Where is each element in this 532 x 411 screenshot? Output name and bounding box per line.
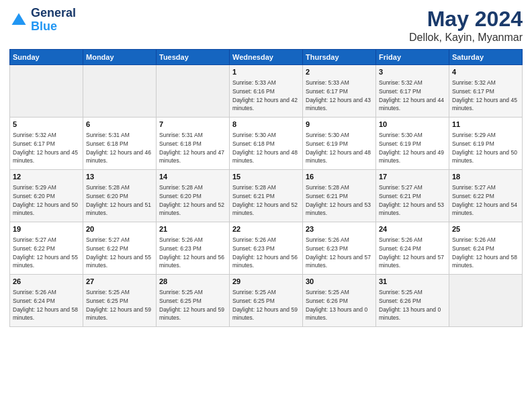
cell-info: Sunrise: 5:25 AMSunset: 6:26 PMDaylight:…	[306, 289, 367, 321]
calendar-cell: 3Sunrise: 5:32 AMSunset: 6:17 PMDaylight…	[376, 65, 449, 118]
calendar-cell: 29Sunrise: 5:25 AMSunset: 6:25 PMDayligh…	[230, 275, 303, 327]
date-number: 4	[452, 67, 519, 77]
calendar-cell: 10Sunrise: 5:30 AMSunset: 6:19 PMDayligh…	[376, 118, 449, 170]
cell-info: Sunrise: 5:30 AMSunset: 6:19 PMDaylight:…	[306, 132, 371, 164]
calendar-cell: 9Sunrise: 5:30 AMSunset: 6:19 PMDaylight…	[303, 118, 376, 170]
cell-info: Sunrise: 5:26 AMSunset: 6:23 PMDaylight:…	[159, 236, 224, 269]
calendar-cell: 6Sunrise: 5:31 AMSunset: 6:18 PMDaylight…	[83, 118, 157, 170]
date-number: 28	[159, 277, 226, 287]
cell-info: Sunrise: 5:26 AMSunset: 6:23 PMDaylight:…	[306, 236, 371, 269]
cell-info: Sunrise: 5:28 AMSunset: 6:20 PMDaylight:…	[159, 184, 224, 216]
calendar-cell: 1Sunrise: 5:33 AMSunset: 6:16 PMDaylight…	[230, 65, 303, 118]
calendar-cell: 4Sunrise: 5:32 AMSunset: 6:17 PMDaylight…	[449, 65, 523, 118]
subtitle: Dellok, Kayin, Myanmar	[409, 32, 523, 44]
date-number: 25	[452, 224, 519, 234]
date-number: 6	[86, 120, 153, 130]
date-number: 15	[232, 172, 300, 182]
cell-info: Sunrise: 5:26 AMSunset: 6:24 PMDaylight:…	[13, 289, 78, 321]
calendar-cell: 7Sunrise: 5:31 AMSunset: 6:18 PMDaylight…	[157, 118, 230, 170]
cell-info: Sunrise: 5:32 AMSunset: 6:17 PMDaylight:…	[379, 79, 444, 111]
date-number: 2	[306, 67, 373, 77]
cell-info: Sunrise: 5:26 AMSunset: 6:24 PMDaylight:…	[452, 236, 517, 269]
day-header-friday: Friday	[376, 50, 449, 65]
cell-info: Sunrise: 5:30 AMSunset: 6:18 PMDaylight:…	[232, 132, 298, 164]
date-number: 5	[13, 120, 80, 130]
date-number: 29	[232, 277, 300, 287]
cell-info: Sunrise: 5:27 AMSunset: 6:22 PMDaylight:…	[13, 236, 78, 269]
cell-info: Sunrise: 5:29 AMSunset: 6:19 PMDaylight:…	[452, 132, 517, 164]
date-number: 16	[306, 172, 373, 182]
cell-info: Sunrise: 5:28 AMSunset: 6:21 PMDaylight:…	[306, 184, 371, 216]
calendar-cell: 24Sunrise: 5:26 AMSunset: 6:24 PMDayligh…	[376, 222, 449, 275]
date-number: 30	[306, 277, 373, 287]
cell-info: Sunrise: 5:27 AMSunset: 6:21 PMDaylight:…	[379, 184, 444, 216]
cell-info: Sunrise: 5:27 AMSunset: 6:22 PMDaylight:…	[452, 184, 517, 216]
day-header-tuesday: Tuesday	[157, 50, 230, 65]
date-number: 26	[13, 277, 80, 287]
cell-info: Sunrise: 5:27 AMSunset: 6:22 PMDaylight:…	[86, 236, 151, 269]
date-number: 7	[159, 120, 226, 130]
calendar-cell: 28Sunrise: 5:25 AMSunset: 6:25 PMDayligh…	[157, 275, 230, 327]
calendar-cell: 30Sunrise: 5:25 AMSunset: 6:26 PMDayligh…	[303, 275, 376, 327]
page-header: GeneralBlue May 2024 Dellok, Kayin, Myan…	[9, 7, 523, 44]
logo-text: GeneralBlue	[31, 7, 76, 34]
calendar-cell	[157, 65, 230, 118]
calendar-cell	[83, 65, 157, 118]
date-number: 8	[232, 120, 300, 130]
calendar-cell: 31Sunrise: 5:25 AMSunset: 6:26 PMDayligh…	[376, 275, 449, 327]
calendar-cell: 27Sunrise: 5:25 AMSunset: 6:25 PMDayligh…	[83, 275, 157, 327]
cell-info: Sunrise: 5:32 AMSunset: 6:17 PMDaylight:…	[452, 79, 517, 111]
day-header-wednesday: Wednesday	[230, 50, 303, 65]
calendar-table: SundayMondayTuesdayWednesdayThursdayFrid…	[9, 49, 523, 327]
logo: GeneralBlue	[9, 7, 76, 34]
date-number: 23	[306, 224, 373, 234]
calendar-cell: 20Sunrise: 5:27 AMSunset: 6:22 PMDayligh…	[83, 222, 157, 275]
cell-info: Sunrise: 5:32 AMSunset: 6:17 PMDaylight:…	[13, 132, 78, 164]
calendar-cell: 12Sunrise: 5:29 AMSunset: 6:20 PMDayligh…	[10, 170, 83, 222]
calendar-cell: 14Sunrise: 5:28 AMSunset: 6:20 PMDayligh…	[157, 170, 230, 222]
calendar-cell: 8Sunrise: 5:30 AMSunset: 6:18 PMDaylight…	[230, 118, 303, 170]
cell-info: Sunrise: 5:26 AMSunset: 6:24 PMDaylight:…	[379, 236, 444, 269]
cell-info: Sunrise: 5:25 AMSunset: 6:25 PMDaylight:…	[232, 289, 298, 321]
day-header-sunday: Sunday	[10, 50, 83, 65]
svg-marker-0	[12, 13, 26, 25]
day-header-saturday: Saturday	[449, 50, 523, 65]
cell-info: Sunrise: 5:26 AMSunset: 6:23 PMDaylight:…	[232, 236, 298, 269]
calendar-cell: 2Sunrise: 5:33 AMSunset: 6:17 PMDaylight…	[303, 65, 376, 118]
date-number: 20	[86, 224, 153, 234]
calendar-cell: 26Sunrise: 5:26 AMSunset: 6:24 PMDayligh…	[10, 275, 83, 327]
date-number: 19	[13, 224, 80, 234]
cell-info: Sunrise: 5:31 AMSunset: 6:18 PMDaylight:…	[159, 132, 224, 164]
date-number: 27	[86, 277, 153, 287]
calendar-cell	[449, 275, 523, 327]
cell-info: Sunrise: 5:33 AMSunset: 6:16 PMDaylight:…	[232, 79, 298, 111]
calendar-cell: 21Sunrise: 5:26 AMSunset: 6:23 PMDayligh…	[157, 222, 230, 275]
cell-info: Sunrise: 5:25 AMSunset: 6:25 PMDaylight:…	[86, 289, 151, 321]
cell-info: Sunrise: 5:29 AMSunset: 6:20 PMDaylight:…	[13, 184, 78, 216]
date-number: 11	[452, 120, 519, 130]
calendar-cell: 25Sunrise: 5:26 AMSunset: 6:24 PMDayligh…	[449, 222, 523, 275]
cell-info: Sunrise: 5:25 AMSunset: 6:26 PMDaylight:…	[379, 289, 441, 321]
calendar-cell: 17Sunrise: 5:27 AMSunset: 6:21 PMDayligh…	[376, 170, 449, 222]
calendar-cell: 23Sunrise: 5:26 AMSunset: 6:23 PMDayligh…	[303, 222, 376, 275]
calendar-cell: 16Sunrise: 5:28 AMSunset: 6:21 PMDayligh…	[303, 170, 376, 222]
logo-icon	[9, 11, 28, 30]
calendar-cell: 5Sunrise: 5:32 AMSunset: 6:17 PMDaylight…	[10, 118, 83, 170]
cell-info: Sunrise: 5:33 AMSunset: 6:17 PMDaylight:…	[306, 79, 371, 111]
date-number: 31	[379, 277, 446, 287]
date-number: 10	[379, 120, 446, 130]
date-number: 9	[306, 120, 373, 130]
date-number: 22	[232, 224, 300, 234]
cell-info: Sunrise: 5:30 AMSunset: 6:19 PMDaylight:…	[379, 132, 444, 164]
calendar-cell: 11Sunrise: 5:29 AMSunset: 6:19 PMDayligh…	[449, 118, 523, 170]
cell-info: Sunrise: 5:25 AMSunset: 6:25 PMDaylight:…	[159, 289, 224, 321]
day-header-monday: Monday	[83, 50, 157, 65]
calendar-cell: 22Sunrise: 5:26 AMSunset: 6:23 PMDayligh…	[230, 222, 303, 275]
date-number: 13	[86, 172, 153, 182]
date-number: 3	[379, 67, 446, 77]
calendar-cell	[10, 65, 83, 118]
date-number: 18	[452, 172, 519, 182]
date-number: 12	[13, 172, 80, 182]
calendar-cell: 15Sunrise: 5:28 AMSunset: 6:21 PMDayligh…	[230, 170, 303, 222]
date-number: 14	[159, 172, 226, 182]
